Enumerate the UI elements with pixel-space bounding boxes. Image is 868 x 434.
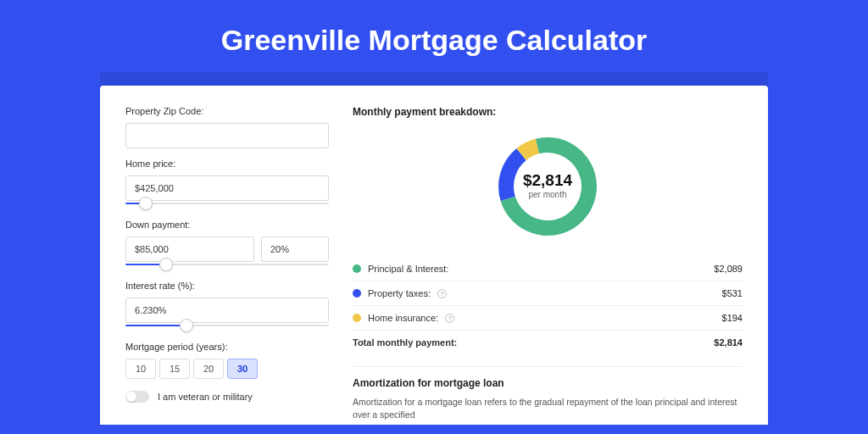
- field-down-payment: Down payment:: [125, 220, 329, 270]
- period-option-20[interactable]: 20: [193, 359, 224, 379]
- legend-dot: [353, 289, 361, 298]
- label-period: Mortgage period (years):: [125, 342, 329, 352]
- header-band: Property Zip Code: Home price: Down paym…: [100, 72, 768, 425]
- amortization-section: Amortization for mortgage loan Amortizat…: [353, 366, 743, 420]
- period-option-10[interactable]: 10: [125, 359, 156, 379]
- amortization-heading: Amortization for mortgage loan: [353, 377, 743, 389]
- down-payment-amount-input[interactable]: [125, 236, 254, 262]
- donut-chart: $2,814 per month: [353, 126, 743, 257]
- donut-sub: per month: [528, 190, 566, 199]
- zip-input[interactable]: [125, 123, 329, 148]
- legend-label: Principal & Interest:: [368, 264, 448, 274]
- donut-amount: $2,814: [523, 171, 573, 189]
- down-payment-slider[interactable]: [125, 260, 329, 270]
- legend-total-row: Total monthly payment:$2,814: [353, 330, 743, 354]
- veteran-toggle[interactable]: [125, 391, 149, 403]
- interest-slider[interactable]: [125, 321, 329, 331]
- label-home-price: Home price:: [125, 159, 329, 169]
- field-period: Mortgage period (years): 10152030: [125, 342, 329, 379]
- veteran-toggle-row: I am veteran or military: [125, 391, 329, 403]
- legend-row-2: Home insurance:?$194: [353, 305, 743, 330]
- amortization-text: Amortization for a mortgage loan refers …: [353, 396, 743, 420]
- total-value: $2,814: [714, 337, 743, 348]
- home-price-slider[interactable]: [125, 199, 329, 209]
- results-panel: Monthly payment breakdown: $2,814 per mo…: [353, 106, 743, 425]
- period-option-15[interactable]: 15: [159, 359, 190, 379]
- slider-thumb[interactable]: [180, 319, 193, 332]
- slider-thumb[interactable]: [139, 197, 153, 210]
- field-zip: Property Zip Code:: [125, 106, 329, 148]
- label-zip: Property Zip Code:: [125, 106, 329, 116]
- page-title: Greenville Mortgage Calculator: [0, 0, 868, 72]
- legend-value: $2,089: [714, 264, 743, 274]
- legend-row-1: Property taxes:?$531: [353, 281, 743, 305]
- breakdown-title: Monthly payment breakdown:: [353, 106, 743, 118]
- label-interest: Interest rate (%):: [125, 281, 329, 291]
- total-label: Total monthly payment:: [353, 337, 457, 348]
- legend-value: $194: [722, 313, 743, 323]
- home-price-input[interactable]: [125, 175, 329, 201]
- legend-dot: [353, 314, 361, 322]
- legend-row-0: Principal & Interest:$2,089: [353, 257, 743, 281]
- legend-label: Home insurance:: [368, 313, 438, 323]
- info-icon[interactable]: ?: [437, 289, 447, 298]
- legend-value: $531: [722, 288, 743, 298]
- interest-input[interactable]: [125, 298, 329, 323]
- info-icon[interactable]: ?: [445, 314, 454, 323]
- donut-slice-1: [498, 148, 526, 201]
- veteran-label: I am veteran or military: [158, 392, 253, 402]
- field-interest: Interest rate (%):: [125, 281, 329, 331]
- form-panel: Property Zip Code: Home price: Down paym…: [125, 106, 329, 425]
- toggle-knob: [126, 392, 136, 402]
- legend-dot: [353, 264, 361, 273]
- calculator-card: Property Zip Code: Home price: Down paym…: [100, 86, 768, 425]
- label-down-payment: Down payment:: [125, 220, 329, 230]
- legend-label: Property taxes:: [368, 288, 431, 298]
- period-option-30[interactable]: 30: [227, 359, 258, 379]
- field-home-price: Home price:: [125, 159, 329, 209]
- slider-thumb[interactable]: [159, 258, 173, 271]
- down-payment-percent-input[interactable]: [261, 236, 329, 262]
